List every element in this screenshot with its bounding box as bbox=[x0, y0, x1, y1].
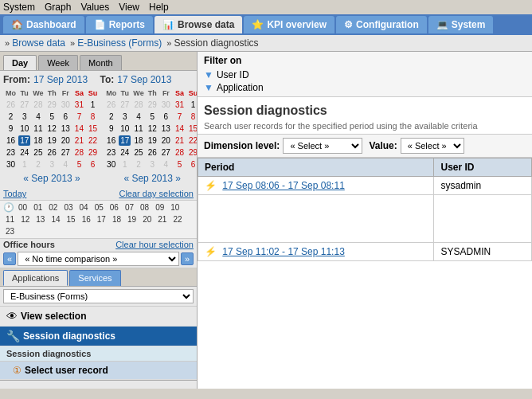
cal2-cell[interactable]: 16 bbox=[105, 135, 117, 146]
time-slot-21[interactable]: 21 bbox=[155, 214, 169, 225]
app-dropdown[interactable]: E-Business (Forms) bbox=[3, 289, 194, 303]
value-select[interactable]: « Select » bbox=[401, 138, 464, 154]
prev-comparison-button[interactable]: « bbox=[3, 252, 16, 265]
cal-cell[interactable]: 23 bbox=[5, 147, 17, 158]
cal2-cell[interactable]: 11 bbox=[132, 123, 144, 134]
cal-cell[interactable]: 5 bbox=[73, 159, 85, 170]
cal-cell[interactable]: 2 bbox=[32, 159, 44, 170]
cal-cell[interactable]: 26 bbox=[46, 147, 58, 158]
row3-period[interactable]: ⚡ 17 Sep 11:02 - 17 Sep 11:13 bbox=[198, 243, 434, 261]
cal-cell[interactable]: 31 bbox=[73, 100, 85, 110]
cal-cell[interactable]: 3 bbox=[46, 159, 58, 170]
cal2-cell[interactable]: 27 bbox=[119, 100, 131, 110]
cal2-cell[interactable]: 4 bbox=[132, 111, 144, 122]
row1-period-link[interactable]: 17 Sep 08:06 - 17 Sep 08:11 bbox=[222, 180, 344, 191]
time-slot-13[interactable]: 13 bbox=[33, 214, 47, 225]
cal-cell[interactable]: 24 bbox=[18, 147, 30, 158]
cal2-cell[interactable]: 15 bbox=[187, 123, 198, 134]
today-button[interactable]: Today bbox=[3, 189, 26, 198]
menu-help[interactable]: Help bbox=[149, 2, 169, 13]
cal2-cell-17[interactable]: 17 bbox=[119, 135, 131, 146]
time-slot-23[interactable]: 23 bbox=[3, 226, 17, 237]
cal2-cell[interactable]: 5 bbox=[174, 159, 186, 170]
time-slot-17[interactable]: 17 bbox=[95, 214, 108, 225]
cal2-cell[interactable]: 22 bbox=[187, 135, 198, 146]
time-slot-18[interactable]: 18 bbox=[110, 214, 123, 225]
cal-cell-17[interactable]: 17 bbox=[18, 135, 30, 146]
subnav-item-select-user[interactable]: ① Select user record bbox=[0, 362, 197, 380]
cal-cell[interactable]: 30 bbox=[60, 100, 72, 110]
time-slot-14[interactable]: 14 bbox=[49, 214, 62, 225]
cal-cell[interactable]: 1 bbox=[18, 159, 30, 170]
tab-day[interactable]: Day bbox=[3, 55, 37, 70]
clear-hour-button[interactable]: Clear hour selection bbox=[115, 240, 194, 249]
time-slot-19[interactable]: 19 bbox=[125, 214, 139, 225]
time-slot-09[interactable]: 09 bbox=[153, 202, 166, 213]
cal-cell[interactable]: 14 bbox=[73, 123, 85, 134]
time-slot-16[interactable]: 16 bbox=[80, 214, 93, 225]
cal2-cell[interactable]: 26 bbox=[105, 100, 117, 110]
cal-cell[interactable]: 20 bbox=[60, 135, 72, 146]
cal-cell[interactable]: 15 bbox=[87, 123, 99, 134]
dimension-select[interactable]: « Select » bbox=[283, 138, 362, 154]
cal-cell[interactable]: 11 bbox=[32, 123, 44, 134]
cal2-cell[interactable]: 6 bbox=[160, 111, 172, 122]
cal-cell[interactable]: 28 bbox=[32, 100, 44, 110]
tab-config[interactable]: ⚙ Configuration bbox=[336, 16, 427, 33]
row2-period[interactable] bbox=[198, 195, 434, 243]
cal2-cell[interactable]: 27 bbox=[160, 147, 172, 158]
time-slot-00[interactable]: 00 bbox=[16, 202, 29, 213]
cal-cell[interactable]: 9 bbox=[5, 123, 17, 134]
row1-period[interactable]: ⚡ 17 Sep 08:06 - 17 Sep 08:11 bbox=[198, 177, 434, 195]
cal2-cell[interactable]: 14 bbox=[174, 123, 186, 134]
nav-item-session-diagnostics[interactable]: 🔧 Session diagnostics bbox=[0, 327, 197, 346]
cal2-cell[interactable]: 30 bbox=[105, 159, 117, 170]
cal2-cell[interactable]: 3 bbox=[147, 159, 158, 170]
menu-values[interactable]: Values bbox=[80, 2, 109, 13]
tab-services[interactable]: Services bbox=[69, 270, 120, 286]
breadcrumb-link-ebusiness[interactable]: E-Business (Forms) bbox=[77, 37, 162, 49]
cal2-cell[interactable]: 18 bbox=[132, 135, 144, 146]
cal-cell[interactable]: 1 bbox=[87, 100, 99, 110]
cal-cell[interactable]: 4 bbox=[60, 159, 72, 170]
no-time-comparison-select[interactable]: « No time comparison » bbox=[18, 252, 179, 266]
cal2-cell[interactable]: 7 bbox=[174, 111, 186, 122]
cal-cell[interactable]: 29 bbox=[46, 100, 58, 110]
cal-cell[interactable]: 8 bbox=[87, 111, 99, 122]
row3-period-link[interactable]: 17 Sep 11:02 - 17 Sep 11:13 bbox=[222, 246, 344, 257]
cal2-cell[interactable]: 12 bbox=[147, 123, 158, 134]
cal-cell[interactable]: 13 bbox=[60, 123, 72, 134]
cal2-cell[interactable]: 13 bbox=[160, 123, 172, 134]
cal2-cell[interactable]: 29 bbox=[187, 147, 198, 158]
cal-cell[interactable]: 6 bbox=[60, 111, 72, 122]
cal-cell[interactable]: 27 bbox=[60, 147, 72, 158]
cal-cell[interactable]: 22 bbox=[87, 135, 99, 146]
cal-cell[interactable]: 10 bbox=[18, 123, 30, 134]
tab-applications[interactable]: Applications bbox=[3, 270, 68, 286]
cal2-cell[interactable]: 2 bbox=[105, 111, 117, 122]
cal2-nav[interactable]: « Sep 2013 » bbox=[104, 173, 198, 184]
cal2-cell[interactable]: 19 bbox=[147, 135, 158, 146]
time-slot-08[interactable]: 08 bbox=[138, 202, 151, 213]
cal2-cell[interactable]: 25 bbox=[132, 147, 144, 158]
time-slot-04[interactable]: 04 bbox=[77, 202, 91, 213]
time-slot-03[interactable]: 03 bbox=[61, 202, 75, 213]
cal-cell[interactable]: 28 bbox=[73, 147, 85, 158]
time-slot-20[interactable]: 20 bbox=[140, 214, 154, 225]
time-slot-22[interactable]: 22 bbox=[170, 214, 184, 225]
cal2-cell[interactable]: 2 bbox=[132, 159, 144, 170]
cal2-cell[interactable]: 5 bbox=[147, 111, 158, 122]
cal2-cell[interactable]: 10 bbox=[119, 123, 131, 134]
time-slot-12[interactable]: 12 bbox=[18, 214, 32, 225]
cal2-cell[interactable]: 29 bbox=[147, 100, 158, 110]
cal2-cell[interactable]: 4 bbox=[160, 159, 172, 170]
cal-cell[interactable]: 3 bbox=[18, 111, 30, 122]
cal2-cell[interactable]: 1 bbox=[187, 100, 198, 110]
time-slot-07[interactable]: 07 bbox=[123, 202, 136, 213]
tab-month[interactable]: Month bbox=[80, 55, 122, 70]
cal2-cell[interactable]: 28 bbox=[174, 147, 186, 158]
tab-browse-data[interactable]: 📊 Browse data bbox=[155, 16, 242, 33]
tab-reports[interactable]: 📄 Reports bbox=[86, 16, 153, 33]
cal-cell[interactable]: 26 bbox=[5, 100, 17, 110]
cal-cell[interactable]: 5 bbox=[46, 111, 58, 122]
